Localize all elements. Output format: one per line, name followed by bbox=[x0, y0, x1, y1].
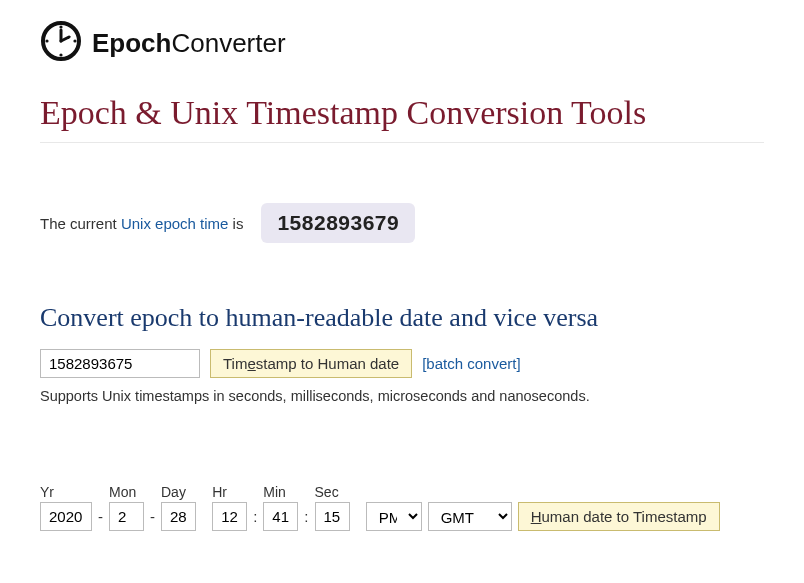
label-yr: Yr bbox=[40, 484, 92, 500]
select-ampm[interactable]: PM bbox=[366, 502, 422, 531]
current-epoch-value: 1582893679 bbox=[261, 203, 415, 243]
input-yr[interactable] bbox=[40, 502, 92, 531]
input-day[interactable] bbox=[161, 502, 196, 531]
logo-text: EpochConverter bbox=[92, 28, 286, 59]
site-logo[interactable]: EpochConverter bbox=[40, 20, 764, 66]
label-sec: Sec bbox=[315, 484, 350, 500]
input-mon[interactable] bbox=[109, 502, 144, 531]
support-text: Supports Unix timestamps in seconds, mil… bbox=[40, 388, 764, 404]
select-timezone[interactable]: GMT bbox=[428, 502, 512, 531]
sep-space bbox=[356, 508, 360, 531]
current-suffix: is bbox=[228, 215, 243, 232]
human-to-timestamp-button[interactable]: Human date to Timestamp bbox=[518, 502, 720, 531]
svg-point-4 bbox=[73, 39, 76, 42]
svg-point-3 bbox=[59, 25, 62, 28]
human-date-form: Yr - Mon - Day Hr : Min : Sec PM GMT Hum… bbox=[40, 484, 764, 531]
input-hr[interactable] bbox=[212, 502, 247, 531]
sep-space bbox=[202, 508, 206, 531]
sep-dash: - bbox=[150, 508, 155, 531]
current-prefix: The current bbox=[40, 215, 121, 232]
unix-epoch-link[interactable]: Unix epoch time bbox=[121, 215, 229, 232]
section-heading-convert: Convert epoch to human-readable date and… bbox=[40, 303, 764, 333]
input-sec[interactable] bbox=[315, 502, 350, 531]
sep-dash: - bbox=[98, 508, 103, 531]
sep-colon: : bbox=[304, 508, 308, 531]
input-min[interactable] bbox=[263, 502, 298, 531]
current-epoch-line: The current Unix epoch time is 158289367… bbox=[40, 203, 764, 243]
svg-point-5 bbox=[45, 39, 48, 42]
page-title: Epoch & Unix Timestamp Conversion Tools bbox=[40, 94, 764, 132]
sep-colon: : bbox=[253, 508, 257, 531]
clock-icon bbox=[40, 20, 82, 66]
svg-point-6 bbox=[59, 53, 62, 56]
timestamp-to-human-button[interactable]: Timestamp to Human date bbox=[210, 349, 412, 378]
label-hr: Hr bbox=[212, 484, 247, 500]
label-min: Min bbox=[263, 484, 298, 500]
divider bbox=[40, 142, 764, 143]
label-day: Day bbox=[161, 484, 196, 500]
batch-convert-link[interactable]: [batch convert] bbox=[422, 355, 520, 372]
label-mon: Mon bbox=[109, 484, 144, 500]
timestamp-input[interactable] bbox=[40, 349, 200, 378]
